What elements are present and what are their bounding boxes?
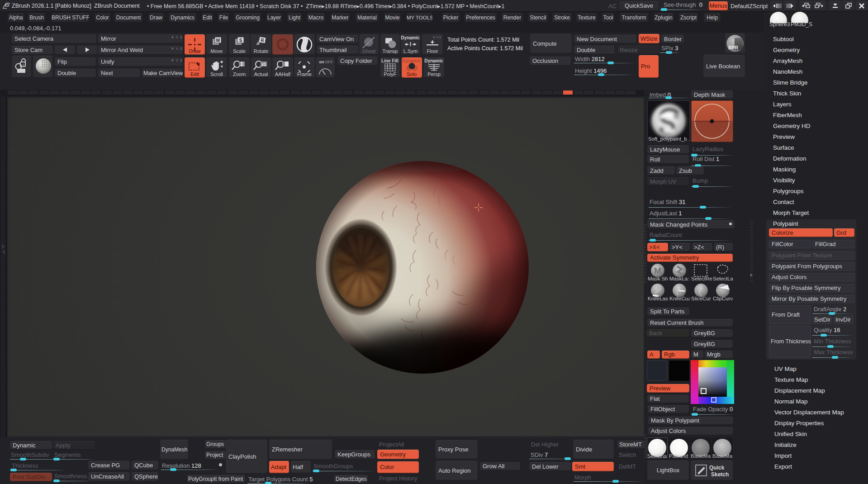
- svg-text:R: R: [261, 38, 264, 43]
- svg-text:Ghost: Ghost: [362, 48, 375, 54]
- svg-text:Persp: Persp: [427, 71, 441, 77]
- svg-text:L.Sym: L.Sym: [403, 48, 417, 54]
- svg-text:Scale: Scale: [233, 48, 246, 54]
- svg-text:Frame: Frame: [297, 71, 312, 77]
- svg-text:PolyF: PolyF: [384, 71, 396, 77]
- svg-text:Scroll: Scroll: [210, 71, 223, 77]
- svg-text:Dynamic: Dynamic: [424, 58, 443, 63]
- svg-text:on: on: [319, 60, 324, 64]
- svg-text:Sketch: Sketch: [711, 471, 729, 478]
- svg-text:Solo: Solo: [407, 71, 417, 77]
- svg-text:Line Fill: Line Fill: [381, 58, 398, 63]
- svg-text:c: c: [23, 63, 24, 66]
- svg-text:Zoom: Zoom: [233, 71, 246, 77]
- svg-text:Dynamic: Dynamic: [402, 58, 421, 63]
- svg-text:Edit: Edit: [190, 71, 199, 77]
- svg-text:Move: Move: [211, 48, 223, 54]
- svg-text:Actual: Actual: [254, 71, 268, 77]
- svg-text:M: M: [216, 38, 220, 43]
- svg-text:Rotate: Rotate: [254, 48, 268, 54]
- svg-text:OFF: OFF: [325, 60, 333, 64]
- svg-text:x1: x1: [261, 62, 266, 66]
- svg-text:Floor: Floor: [427, 48, 438, 54]
- svg-text:M: M: [654, 266, 661, 275]
- svg-text:S: S: [239, 38, 242, 43]
- svg-text:Dynamic: Dynamic: [401, 35, 420, 40]
- svg-text:Draw: Draw: [189, 48, 201, 54]
- svg-text:Quick: Quick: [709, 465, 725, 471]
- svg-text:✕ Y Z: ✕ Y Z: [433, 36, 441, 39]
- svg-text:Transp: Transp: [383, 48, 398, 54]
- svg-text:AAHalf: AAHalf: [275, 71, 291, 77]
